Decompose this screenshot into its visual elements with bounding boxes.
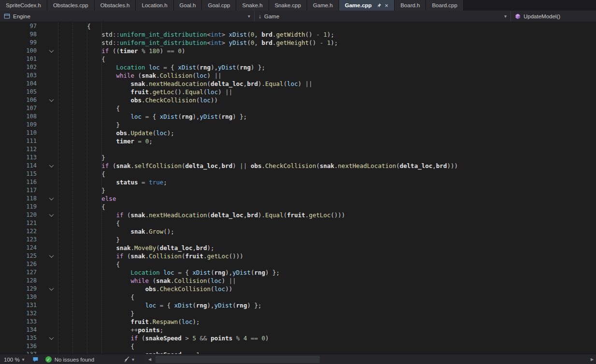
code-line-129[interactable]: 129 obs.CheckCollision(loc)) bbox=[0, 285, 596, 293]
tab-goal-cpp[interactable]: Goal.cpp bbox=[202, 0, 236, 11]
scroll-right-button[interactable]: ▶ bbox=[588, 357, 596, 362]
breakpoint-margin[interactable] bbox=[37, 277, 44, 285]
breakpoint-margin[interactable] bbox=[37, 71, 44, 80]
code-line-105[interactable]: 105 fruit.getLoc().Equal(loc) || bbox=[0, 88, 596, 96]
scroll-left-button[interactable]: ◀ bbox=[146, 357, 154, 362]
code-line-100[interactable]: 100 if ((timer % 180) == 0) bbox=[0, 47, 596, 55]
breakpoint-margin[interactable] bbox=[37, 309, 44, 318]
code-line-134[interactable]: 134 ++points; bbox=[0, 326, 596, 334]
code-line-131[interactable]: 131 loc = { xDist(rng),yDist(rng) }; bbox=[0, 301, 596, 309]
breakpoint-margin[interactable] bbox=[37, 326, 44, 334]
breakpoint-margin[interactable] bbox=[37, 129, 44, 137]
fold-chevron-icon[interactable] bbox=[44, 162, 58, 170]
code-line-109[interactable]: 109 } bbox=[0, 121, 596, 129]
fold-chevron-icon[interactable] bbox=[44, 96, 58, 104]
project-dropdown[interactable]: Engine ▾ bbox=[0, 11, 255, 22]
breakpoint-margin[interactable] bbox=[37, 47, 44, 55]
tab-snake-cpp[interactable]: Snake.cpp bbox=[269, 0, 307, 11]
breakpoint-margin[interactable] bbox=[37, 104, 44, 112]
tab-board-h[interactable]: Board.h bbox=[395, 0, 426, 11]
tab-spritecodex-h[interactable]: SpriteCodex.h bbox=[0, 0, 47, 11]
pin-icon[interactable] bbox=[376, 3, 382, 8]
fold-chevron-icon[interactable] bbox=[44, 195, 58, 203]
tab-board-cpp[interactable]: Board.cpp bbox=[426, 0, 463, 11]
fold-chevron-icon[interactable] bbox=[44, 285, 58, 293]
breakpoint-margin[interactable] bbox=[37, 186, 44, 195]
code-line-133[interactable]: 133 fruit.Respawn(loc); bbox=[0, 318, 596, 326]
tab-game-cpp[interactable]: Game.cpp× bbox=[339, 0, 395, 11]
code-line-104[interactable]: 104 snak.nextHeadLocation(delta_loc,brd)… bbox=[0, 80, 596, 88]
breakpoint-margin[interactable] bbox=[37, 293, 44, 301]
breakpoint-margin[interactable] bbox=[37, 268, 44, 277]
tab-game-h[interactable]: Game.h bbox=[307, 0, 339, 11]
code-line-103[interactable]: 103 while (snak.Collision(loc) || bbox=[0, 71, 596, 80]
breakpoint-margin[interactable] bbox=[37, 137, 44, 145]
code-line-135[interactable]: 135 if (snakeSpeed > 5 && points % 4 == … bbox=[0, 334, 596, 342]
breakpoint-margin[interactable] bbox=[37, 219, 44, 227]
zoom-dropdown[interactable]: 100 % ▾ bbox=[0, 357, 28, 363]
tab-obstacles-cpp[interactable]: Obstacles.cpp bbox=[47, 0, 95, 11]
breakpoint-margin[interactable] bbox=[37, 285, 44, 293]
tab-snake-h[interactable]: Snake.h bbox=[236, 0, 269, 11]
close-icon[interactable]: × bbox=[385, 2, 389, 9]
code-line-122[interactable]: 122 snak.Grow(); bbox=[0, 227, 596, 236]
breakpoint-margin[interactable] bbox=[37, 301, 44, 309]
breakpoint-margin[interactable] bbox=[37, 334, 44, 342]
horizontal-scrollbar-thumb[interactable] bbox=[156, 356, 320, 363]
breakpoint-margin[interactable] bbox=[37, 63, 44, 71]
code-line-115[interactable]: 115 { bbox=[0, 170, 596, 178]
code-line-116[interactable]: 116 status = true; bbox=[0, 178, 596, 186]
breakpoint-margin[interactable] bbox=[37, 236, 44, 244]
tab-obstacles-h[interactable]: Obstacles.h bbox=[95, 0, 136, 11]
fold-chevron-icon[interactable] bbox=[44, 211, 58, 219]
breakpoint-margin[interactable] bbox=[37, 154, 44, 162]
code-line-113[interactable]: 113 } bbox=[0, 154, 596, 162]
tab-goal-h[interactable]: Goal.h bbox=[174, 0, 202, 11]
breakpoint-margin[interactable] bbox=[37, 30, 44, 39]
breakpoint-margin[interactable] bbox=[37, 96, 44, 104]
code-line-123[interactable]: 123 } bbox=[0, 236, 596, 244]
code-line-128[interactable]: 128 while (snak.Collision(loc) || bbox=[0, 277, 596, 285]
breakpoint-margin[interactable] bbox=[37, 39, 44, 47]
code-line-119[interactable]: 119 { bbox=[0, 203, 596, 211]
code-line-97[interactable]: 97 { bbox=[0, 22, 596, 30]
tab-location-h[interactable]: Location.h bbox=[136, 0, 173, 11]
code-line-132[interactable]: 132 } bbox=[0, 309, 596, 318]
breakpoint-margin[interactable] bbox=[37, 252, 44, 260]
breakpoint-margin[interactable] bbox=[37, 145, 44, 154]
fold-chevron-icon[interactable] bbox=[44, 334, 58, 342]
fold-chevron-icon[interactable] bbox=[44, 252, 58, 260]
type-dropdown[interactable]: ↓ Game ▾ bbox=[255, 11, 511, 22]
breakpoint-margin[interactable] bbox=[37, 162, 44, 170]
code-line-120[interactable]: 120 if (snak.nextHeadLocation(delta_loc,… bbox=[0, 211, 596, 219]
breakpoint-margin[interactable] bbox=[37, 178, 44, 186]
code-line-137[interactable]: 137 snakeSpeed -= 1; bbox=[0, 350, 596, 354]
code-line-108[interactable]: 108 loc = { xDist(rng),yDist(rng) }; bbox=[0, 112, 596, 121]
breakpoint-margin[interactable] bbox=[37, 55, 44, 63]
code-line-130[interactable]: 130 { bbox=[0, 293, 596, 301]
code-line-106[interactable]: 106 obs.CheckCollision(loc)) bbox=[0, 96, 596, 104]
code-line-99[interactable]: 99 std::uniform_int_distribution<int> yD… bbox=[0, 39, 596, 47]
code-line-126[interactable]: 126 { bbox=[0, 260, 596, 268]
code-line-118[interactable]: 118 else bbox=[0, 195, 596, 203]
breakpoint-margin[interactable] bbox=[37, 227, 44, 236]
breakpoint-margin[interactable] bbox=[37, 260, 44, 268]
code-line-101[interactable]: 101 { bbox=[0, 55, 596, 63]
code-line-98[interactable]: 98 std::uniform_int_distribution<int> xD… bbox=[0, 30, 596, 39]
breakpoint-margin[interactable] bbox=[37, 22, 44, 30]
code-line-127[interactable]: 127 Location loc = { xDist(rng),yDist(rn… bbox=[0, 268, 596, 277]
code-line-136[interactable]: 136 { bbox=[0, 342, 596, 350]
horizontal-scrollbar-track[interactable] bbox=[154, 354, 588, 364]
code-line-117[interactable]: 117 } bbox=[0, 186, 596, 195]
code-cleanup-button[interactable]: ▾ bbox=[123, 356, 134, 363]
breakpoint-margin[interactable] bbox=[37, 244, 44, 252]
breakpoint-margin[interactable] bbox=[37, 342, 44, 350]
breakpoint-margin[interactable] bbox=[37, 195, 44, 203]
code-line-125[interactable]: 125 if (snak.Collision(fruit.getLoc())) bbox=[0, 252, 596, 260]
feedback-icon[interactable] bbox=[32, 356, 39, 363]
breakpoint-margin[interactable] bbox=[37, 350, 44, 354]
breakpoint-margin[interactable] bbox=[37, 80, 44, 88]
code-line-107[interactable]: 107 { bbox=[0, 104, 596, 112]
code-line-110[interactable]: 110 obs.Update(loc); bbox=[0, 129, 596, 137]
fold-chevron-icon[interactable] bbox=[44, 47, 58, 55]
